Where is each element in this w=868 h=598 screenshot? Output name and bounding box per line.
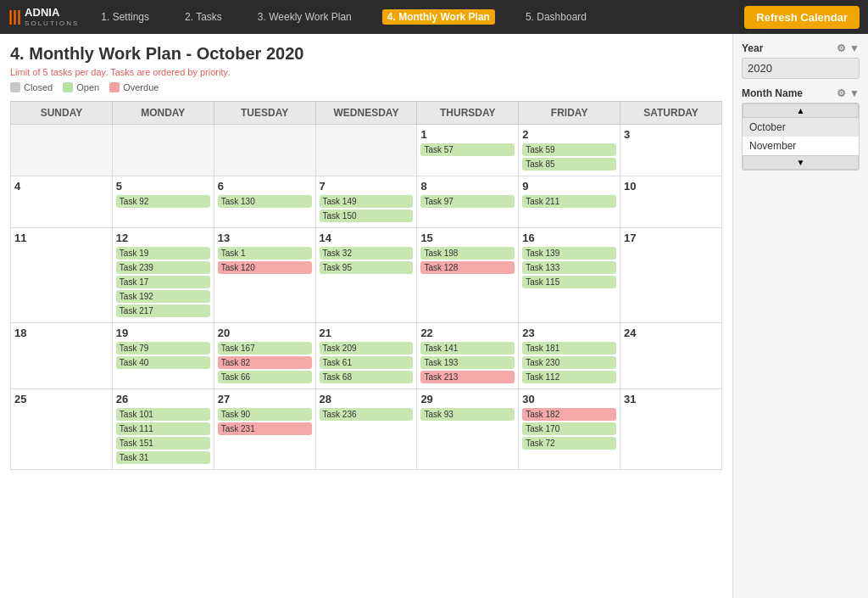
task-chip[interactable]: Task 19 <box>116 247 210 260</box>
task-chip[interactable]: Task 90 <box>218 408 312 421</box>
task-chip[interactable]: Task 95 <box>320 261 414 274</box>
col-header-sunday: SUNDAY <box>11 102 113 125</box>
task-chip[interactable]: Task 97 <box>420 195 515 208</box>
task-chip[interactable]: Task 182 <box>522 408 616 421</box>
task-chip[interactable]: Task 72 <box>522 437 616 450</box>
calendar-cell: 11 <box>11 228 113 323</box>
task-chip[interactable]: Task 1 <box>218 247 312 260</box>
task-chip[interactable]: Task 82 <box>218 356 312 369</box>
task-chip[interactable]: Task 40 <box>116 356 210 369</box>
day-number: 8 <box>420 180 515 193</box>
task-chip[interactable]: Task 139 <box>522 247 616 260</box>
task-chip[interactable]: Task 93 <box>420 408 515 421</box>
calendar-cell: 29Task 93 <box>417 389 519 470</box>
day-number: 24 <box>624 327 718 339</box>
month-icons: ⚙ ▼ <box>837 87 860 99</box>
month-scroll-up[interactable]: ▲ <box>743 103 859 118</box>
page-subtitle: Limit of 5 tasks per day. Tasks are orde… <box>10 67 722 77</box>
task-chip[interactable]: Task 170 <box>522 422 616 435</box>
calendar-cell: 10 <box>620 176 722 228</box>
legend-open-dot <box>63 82 73 92</box>
calendar-cell: 9Task 211 <box>519 176 620 228</box>
task-chip[interactable]: Task 217 <box>116 305 210 317</box>
col-header-monday: MONDAY <box>112 102 214 125</box>
task-chip[interactable]: Task 128 <box>420 261 515 274</box>
calendar-cell: 21Task 209Task 61Task 68 <box>315 323 417 389</box>
calendar-cell: 13Task 1Task 120 <box>214 228 315 323</box>
calendar-cell <box>11 125 113 176</box>
task-chip[interactable]: Task 68 <box>320 371 414 383</box>
calendar-cell: 24 <box>620 323 722 389</box>
calendar-cell: 5Task 92 <box>112 176 214 228</box>
task-chip[interactable]: Task 61 <box>320 356 414 369</box>
task-chip[interactable]: Task 198 <box>420 247 515 260</box>
task-chip[interactable]: Task 57 <box>420 143 515 156</box>
calendar-cell: 22Task 141Task 193Task 213 <box>417 323 519 389</box>
task-chip[interactable]: Task 59 <box>522 143 616 156</box>
task-chip[interactable]: Task 213 <box>420 371 515 383</box>
month-filter-icon[interactable]: ⚙ <box>837 87 846 99</box>
nav-tasks[interactable]: 2. Tasks <box>180 9 227 25</box>
nav-settings[interactable]: 1. Settings <box>96 9 154 25</box>
task-chip[interactable]: Task 181 <box>522 342 616 355</box>
nav-dashboard[interactable]: 5. Dashboard <box>520 9 592 25</box>
task-chip[interactable]: Task 231 <box>218 422 312 435</box>
calendar-cell: 6Task 130 <box>214 176 315 228</box>
day-number: 13 <box>218 232 312 244</box>
task-chip[interactable]: Task 149 <box>320 195 414 208</box>
task-chip[interactable]: Task 32 <box>320 247 414 260</box>
logo: ||| ADNIA SOLUTIONS <box>8 7 79 26</box>
month-sort-icon[interactable]: ▼ <box>849 87 860 99</box>
day-number: 29 <box>420 393 515 405</box>
legend-closed-dot <box>10 82 20 92</box>
logo-text: ADNIA <box>25 7 79 19</box>
calendar-table: SUNDAYMONDAYTUESDAYWEDNESDAYTHURSDAYFRID… <box>10 101 722 470</box>
calendar-cell: 25 <box>11 389 113 470</box>
task-chip[interactable]: Task 151 <box>116 437 210 450</box>
legend-closed-label: Closed <box>24 82 53 92</box>
year-filter-icon[interactable]: ⚙ <box>837 42 846 54</box>
legend-open: Open <box>63 82 99 92</box>
task-chip[interactable]: Task 92 <box>116 195 210 208</box>
task-chip[interactable]: Task 167 <box>218 342 312 355</box>
task-chip[interactable]: Task 85 <box>522 158 616 170</box>
nav-monthly[interactable]: 4. Monthly Work Plan <box>382 9 495 25</box>
legend-overdue-label: Overdue <box>123 82 159 92</box>
task-chip[interactable]: Task 31 <box>116 451 210 464</box>
task-chip[interactable]: Task 17 <box>116 276 210 288</box>
task-chip[interactable]: Task 111 <box>116 422 210 435</box>
calendar-cell: 14Task 32Task 95 <box>315 228 417 323</box>
task-chip[interactable]: Task 133 <box>522 261 616 274</box>
task-chip[interactable]: Task 209 <box>320 342 414 355</box>
task-chip[interactable]: Task 150 <box>320 210 414 222</box>
task-chip[interactable]: Task 141 <box>420 342 515 355</box>
year-input[interactable] <box>742 58 860 79</box>
task-chip[interactable]: Task 66 <box>218 371 312 383</box>
task-chip[interactable]: Task 239 <box>116 261 210 274</box>
month-scroll-down[interactable]: ▼ <box>743 155 859 170</box>
task-chip[interactable]: Task 120 <box>218 261 312 274</box>
task-chip[interactable]: Task 101 <box>116 408 210 421</box>
legend-closed: Closed <box>10 82 53 92</box>
day-number: 17 <box>624 232 718 244</box>
col-header-thursday: THURSDAY <box>417 102 519 125</box>
day-number: 16 <box>522 232 616 244</box>
task-chip[interactable]: Task 193 <box>420 356 515 369</box>
task-chip[interactable]: Task 236 <box>320 408 414 421</box>
day-number: 1 <box>420 128 515 141</box>
col-header-saturday: SATURDAY <box>620 102 722 125</box>
refresh-button[interactable]: Refresh Calendar <box>744 6 860 29</box>
month-item-november[interactable]: November <box>743 137 859 155</box>
task-chip[interactable]: Task 211 <box>522 195 616 208</box>
task-chip[interactable]: Task 112 <box>522 371 616 383</box>
task-chip[interactable]: Task 115 <box>522 276 616 288</box>
calendar-cell <box>214 125 315 176</box>
task-chip[interactable]: Task 230 <box>522 356 616 369</box>
task-chip[interactable]: Task 192 <box>116 290 210 303</box>
task-chip[interactable]: Task 130 <box>218 195 312 208</box>
year-sort-icon[interactable]: ▼ <box>849 42 860 54</box>
calendar-cell <box>112 125 214 176</box>
task-chip[interactable]: Task 79 <box>116 342 210 355</box>
month-item-october[interactable]: October <box>743 118 859 137</box>
nav-weekly[interactable]: 3. Weekly Work Plan <box>253 9 357 25</box>
